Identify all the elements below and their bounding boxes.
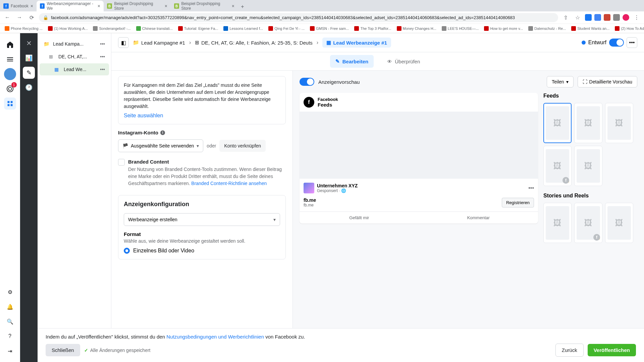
form-panel: Für Kampagnen mit dem Ziel das Ziel „Lea… (111, 71, 292, 362)
placement-thumb[interactable]: 🖼⚠f (543, 146, 572, 186)
placement-thumb[interactable]: 🖼 (605, 103, 633, 143)
format-radio-row[interactable]: Einzelnes Bild oder Video (124, 248, 280, 254)
tree-adset[interactable]: ⊞ DE, CH, AT,... ••• (40, 51, 109, 63)
ext-icon[interactable] (613, 14, 620, 21)
menu-icon[interactable]: ⋮ (632, 13, 641, 22)
content-split: Für Kampagnen mit dem Ziel das Ziel „Lea… (111, 71, 644, 362)
browser-tab[interactable]: fFacebook× (0, 1, 37, 11)
reload-button[interactable]: ⟳ (27, 13, 36, 22)
placement-thumb[interactable]: 🖼 (543, 103, 572, 143)
forward-button[interactable]: → (15, 13, 24, 22)
grid-icon[interactable] (4, 98, 16, 110)
comment-button[interactable]: Kommentar (419, 212, 538, 224)
tab-edit[interactable]: ✎ Bearbeiten (330, 55, 374, 68)
bell-icon[interactable]: 🔔 (4, 301, 16, 313)
bookmark[interactable]: Qing Fei De Yi - ... (266, 25, 307, 32)
bookmark[interactable]: LEE'S HOUSE—... (440, 25, 481, 32)
link-sub: fb.me (304, 203, 316, 207)
share-icon[interactable]: ⇧ (561, 13, 570, 22)
back-button[interactable]: Zurück (555, 344, 584, 357)
more-icon[interactable]: ••• (100, 41, 105, 47)
tree-campaign[interactable]: 📁 Lead Kampa... ••• (40, 38, 109, 50)
close-icon[interactable]: × (232, 3, 234, 9)
check-icon: ✓ (84, 348, 88, 353)
bookmark[interactable]: Money Changes H... (395, 25, 438, 32)
more-icon[interactable]: ••• (528, 185, 534, 191)
close-icon[interactable]: ✕ (23, 37, 35, 49)
fb-mini-icon: f (562, 177, 569, 184)
panel-toggle[interactable]: ◧ (118, 37, 129, 48)
history-icon[interactable]: 🕐 (23, 81, 35, 94)
avatar[interactable] (4, 68, 16, 80)
branded-link[interactable]: Branded Content-Richtlinie ansehen (191, 181, 267, 186)
chart-icon[interactable]: 📊 (23, 52, 35, 64)
page-select-link[interactable]: Seite auswählen (124, 113, 280, 119)
placement-thumb[interactable]: 🖼 (574, 146, 602, 186)
url-bar[interactable]: 🔒facebook.com/adsmanager/manage/ads/edit… (39, 13, 558, 22)
crumb-campaign[interactable]: 📁 Lead Kampagne #1 (133, 40, 185, 46)
terms-link[interactable]: Nutzungsbedingungen und Werberichtlinien (166, 334, 264, 340)
bookmark[interactable]: GMSN - Free sam... (308, 25, 351, 32)
menu-icon[interactable] (4, 53, 16, 65)
toggle-switch[interactable] (609, 39, 624, 47)
placement-thumb[interactable]: 🖼 (543, 203, 572, 243)
placement-thumb[interactable]: 🖼 (605, 203, 633, 243)
share-button[interactable]: Teilen ▾ (547, 76, 574, 87)
more-icon[interactable]: ••• (100, 67, 105, 72)
browser-tab[interactable]: BBeispiel Dropshipping Store× (104, 1, 171, 11)
tab-review[interactable]: 👁 Überprüfen (382, 55, 425, 68)
bookmark[interactable]: (2) How To Add A... (613, 25, 644, 32)
help-icon[interactable]: ? (4, 330, 16, 342)
placement-thumb[interactable]: 🖼⚠f (574, 203, 602, 243)
star-icon[interactable]: ☆ (573, 13, 582, 22)
bookmark[interactable]: The Top 3 Platfor... (352, 25, 393, 32)
gear-icon[interactable]: ⚙ (4, 286, 16, 298)
collapse-icon[interactable]: ⇥ (4, 345, 16, 357)
bookmark[interactable]: Phone Recycling ... (3, 25, 45, 32)
close-icon[interactable]: × (165, 3, 167, 9)
close-icon[interactable]: × (31, 3, 33, 9)
more-icon[interactable]: ••• (100, 54, 105, 59)
search-icon[interactable]: 🔍 (4, 315, 16, 327)
close-button[interactable]: Schließen (46, 344, 80, 356)
ext-icon[interactable] (585, 14, 592, 21)
cta-button[interactable]: Registrieren (502, 198, 534, 207)
radio-selected[interactable] (124, 248, 130, 254)
ext-icon[interactable] (594, 14, 601, 21)
tree-ad[interactable]: ▦ Lead We... ••• (40, 63, 109, 75)
bookmark[interactable]: Datenschutz - Re... (526, 25, 568, 32)
bookmark[interactable]: Sonderangebot! -... (91, 25, 132, 32)
bookmark[interactable]: Lessons Learned f... (221, 25, 265, 32)
extensions: ⇧ ☆ ⋮ (561, 13, 641, 22)
publish-button[interactable]: Veröffentlichen (588, 344, 636, 356)
placement-thumb[interactable]: 🖼 (574, 103, 602, 143)
crumb-adset[interactable]: ⊞ DE, CH, AT, G: Alle, I: Fashion, A: 25… (195, 40, 313, 46)
browser-tab[interactable]: BBeispiel Dropshipping Store× (171, 1, 238, 11)
branded-checkbox[interactable] (118, 159, 125, 166)
detailed-preview-button[interactable]: ⛶ Detaillierte Vorschau (578, 76, 637, 87)
bookmark[interactable]: Chinese translati... (134, 25, 175, 32)
back-button[interactable]: ← (3, 13, 12, 22)
link-account-button[interactable]: Konto verknüpfen (219, 140, 266, 152)
info-icon[interactable]: i (160, 130, 165, 135)
avatar-icon[interactable] (623, 14, 629, 21)
crumb-ad[interactable]: ▦ Lead Werbeanzeige #1 (322, 38, 391, 48)
preview-toggle[interactable] (300, 78, 314, 86)
edit-icon[interactable]: ✎ (23, 67, 35, 79)
bookmark-icon (5, 26, 9, 31)
bookmark[interactable]: How to get more v... (482, 25, 525, 32)
config-select[interactable]: Werbeanzeige erstellen ▾ (124, 213, 280, 226)
bookmark[interactable]: Student Wants an... (569, 25, 611, 32)
ext-icon[interactable] (604, 14, 610, 21)
more-button[interactable]: ••• (627, 37, 637, 48)
like-button[interactable]: Gefällt mir (300, 212, 419, 224)
bookmark[interactable]: (1) How Working A... (46, 25, 90, 32)
new-tab-button[interactable]: + (238, 2, 247, 11)
home-icon[interactable] (4, 39, 16, 51)
bookmark[interactable]: Tutorial: Eigene Fa... (176, 25, 220, 32)
svg-rect-2 (7, 101, 9, 103)
instagram-select[interactable]: 🏴 Ausgewählte Seite verwenden ▾ (118, 139, 203, 152)
apps-icon[interactable]: 1 (4, 83, 16, 95)
browser-tab[interactable]: fWerbeanzeigenmanager - We× (37, 1, 104, 11)
close-icon[interactable]: × (98, 3, 100, 9)
